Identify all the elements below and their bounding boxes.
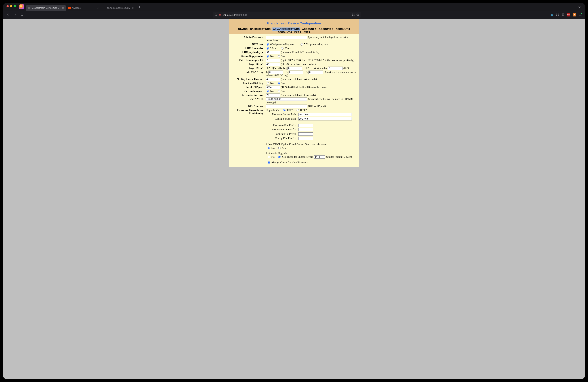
extensions-icon[interactable] [556,13,559,16]
extension-icon[interactable]: ☻ [573,13,576,17]
close-tab-icon[interactable]: ✕ [62,7,64,9]
minimize-window-icon[interactable] [10,5,12,7]
auto-yes-radio[interactable] [278,156,281,158]
trash-icon[interactable] [562,13,565,16]
tab-reddit[interactable]: /r/videos ✕ [66,5,101,11]
nav-status[interactable]: STATUS [237,27,248,31]
auto-upgrade-label: Automatic Upgrade: [266,152,357,155]
http-label: HTTP [300,109,307,112]
bookmark-star-icon[interactable] [356,13,359,16]
stun-input[interactable] [266,105,307,108]
keepalive-input[interactable] [266,94,280,97]
dhcp-no-radio[interactable] [268,147,270,149]
admin-password-input[interactable] [266,36,307,39]
rtp-port-input[interactable] [266,86,280,89]
tab-hamsoverip[interactable]: pb.hamsoverip.com/diy ✕ [101,5,136,11]
label-layer3: Layer 3 QoS: [230,62,265,66]
layer3-input[interactable] [266,63,280,66]
window-controls [5,5,19,9]
hash-no-label: No [270,82,273,85]
g723-53-radio[interactable] [300,43,303,46]
silence-yes-radio[interactable] [278,55,280,57]
layer2-range: (0-7) [343,67,349,69]
nav-basic[interactable]: BASIC SETTINGS [250,27,271,31]
reload-button[interactable] [19,12,25,18]
label-voice-frames: Voice Frames per TX: [230,58,265,62]
vlan3-input[interactable] [309,71,323,74]
vlan2-input[interactable] [289,71,303,74]
back-button[interactable] [5,12,11,18]
rtp-hint: (1024-65400, default 5004, must be even) [281,86,327,88]
ublock-extension-icon[interactable]: uO [567,13,570,17]
g723-63-label: 6.3kbps encoding rate [270,43,294,46]
nav-account1[interactable]: ACCOUNT 1 [302,27,317,31]
cfg-prefix-input[interactable] [298,133,313,136]
qr-icon[interactable] [352,14,355,16]
label-silence: Silence Suppression: [230,54,265,58]
dhcp-yes-radio[interactable] [278,147,281,149]
label-keepalive: keep-alive interval: [230,93,265,97]
nat-ip-input[interactable] [266,97,307,101]
nokey-hint: (in seconds, default is 4 seconds) [281,77,317,80]
label-admin-password: Admin Password: [230,35,265,42]
layer2-prio-label: 802.1p priority value [305,67,328,69]
layer2-prio-input[interactable] [328,67,343,70]
vlan1-input[interactable] [269,71,283,74]
cfg-server-input[interactable] [298,117,352,120]
forward-button[interactable] [12,12,18,18]
nav-account2[interactable]: ACCOUNT 2 [318,27,334,31]
url-text: 10.0.8.215/config.htm [223,13,248,16]
close-tab-icon[interactable]: ✕ [96,7,99,9]
hash-yes-radio[interactable] [278,82,280,84]
close-tab-icon[interactable]: ✕ [132,7,134,9]
ilbc-payload-input[interactable] [266,51,280,54]
maximize-window-icon[interactable] [14,5,16,7]
page-viewport[interactable]: Grandstream Device Configuration STATUS … [3,19,585,379]
hash-yes-label: Yes [281,82,285,85]
auto-minutes-label: minutes (default 7 days) [326,155,352,158]
label-nokey: No Key Entry Timeout: [230,77,265,81]
http-radio[interactable] [296,109,299,112]
fw-postfix-label: Firmware File Postfix: [271,128,297,132]
g723-63-radio[interactable] [267,43,269,46]
random-yes-radio[interactable] [278,90,280,93]
label-natip: Use NAT IP: [230,97,265,104]
silence-no-radio[interactable] [267,55,269,57]
tab-grandstream[interactable]: Grandstream Device Configuration ✕ [26,5,66,11]
ilbc-30-radio[interactable] [281,47,284,50]
nav-account4[interactable]: ACCOUNT 4 [277,31,292,34]
config-header: Grandstream Device Configuration [229,19,359,27]
tabs-dropdown-button[interactable] [576,6,583,8]
nav-advanced[interactable]: ADVANCED SETTINGS [273,27,300,31]
new-tab-button[interactable]: + [137,4,142,10]
dhcp-yes-label: Yes [282,147,286,149]
fw-server-input[interactable] [298,113,352,116]
layer2-vlan-input[interactable] [288,67,302,70]
tab-label: pb.hamsoverip.com/diy [107,7,130,9]
nav-account3[interactable]: ACCOUNT 3 [335,27,351,31]
fw-postfix-input[interactable] [298,128,313,131]
fw-prefix-input[interactable] [298,124,313,127]
auto-minutes-input[interactable] [314,155,325,159]
tftp-radio[interactable] [283,109,286,112]
random-no-radio[interactable] [267,90,269,93]
ilbc-20-label: 20ms [270,47,276,50]
tab-label: /r/videos [72,7,95,9]
cfg-postfix-input[interactable] [298,137,313,140]
label-prov: Firmware Upgrade and Provisioning: [230,108,265,164]
voice-frames-input[interactable] [266,58,280,62]
menu-button[interactable] [579,14,582,16]
layer3-hint: (Diff-Serv or Precedence value) [281,63,316,65]
silence-no-label: No [270,55,273,58]
auto-no-radio[interactable] [268,156,270,158]
ilbc-20-radio[interactable] [267,47,269,50]
nav-ext2[interactable]: EXT 2 [303,31,311,34]
always-check-radio[interactable] [268,161,270,164]
nokey-input[interactable] [266,77,280,81]
address-bar: 10.0.8.215/config.htm uO ☻ [3,11,585,19]
close-window-icon[interactable] [6,5,9,7]
download-icon[interactable] [550,13,553,16]
url-field[interactable]: 10.0.8.215/config.htm [213,12,361,18]
nav-ext1[interactable]: EXT 1 [294,31,302,34]
hash-no-radio[interactable] [267,82,269,84]
